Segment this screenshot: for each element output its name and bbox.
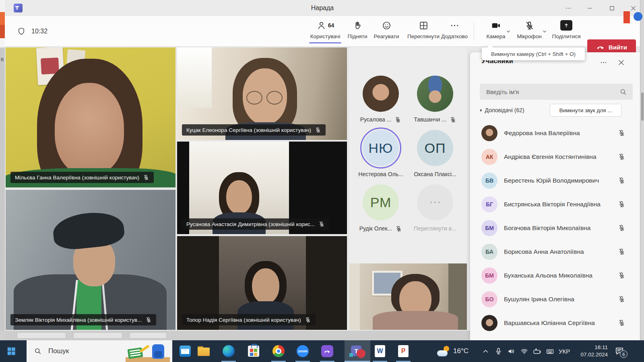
participant-row[interactable]: БА Борисова Анна Анатоліївна [470, 242, 640, 261]
taskbar-app-edge[interactable] [222, 345, 235, 358]
share-icon [560, 20, 572, 31]
participant-row[interactable]: Варшавська Юліанна Сергіївна [470, 313, 640, 333]
notification-center[interactable]: 6 [614, 340, 625, 362]
avatar-label: Оксана Плаксі... [407, 170, 463, 179]
participant-search-input[interactable] [485, 88, 619, 96]
tab-react[interactable]: Реагувати [368, 19, 405, 39]
camera-tooltip: Вимкнути камеру (Ctrl + Shift + O) [482, 47, 585, 60]
taskbar-app-mail[interactable] [179, 345, 192, 358]
tab-participants[interactable]: 64 Користувачі [307, 19, 343, 43]
mic-off-icon [315, 127, 321, 133]
background-window-right-edge [640, 0, 644, 340]
avatar-label: Тавшанчи ... [407, 115, 463, 124]
participant-row[interactable]: БВ Берестень Юрій Володимирович [470, 171, 640, 190]
taskbar-app-zoom[interactable]: zoom [296, 345, 309, 358]
minimize-icon [586, 5, 593, 12]
avatar [481, 125, 497, 141]
ellipsis-icon [450, 21, 460, 31]
tray-speaker-icon[interactable] [507, 347, 516, 356]
folder-icon [198, 346, 210, 356]
maximize-button[interactable] [604, 2, 620, 14]
participant-row[interactable]: БМ Буханська Альона Миколаївна [470, 266, 640, 285]
mic-options-chevron-icon[interactable] [541, 28, 548, 35]
mic-off-icon[interactable] [618, 153, 625, 160]
video-tile[interactable]: Топор Надія Сергіївна (зовнішній користу… [177, 236, 347, 330]
tray-battery-icon[interactable] [533, 347, 541, 356]
minimize-button[interactable] [582, 2, 598, 14]
mic-off-icon[interactable] [618, 177, 625, 184]
tray-keyboard-icon[interactable] [546, 347, 554, 356]
panel-close-button[interactable] [616, 57, 626, 68]
mic-off-icon[interactable] [618, 129, 625, 137]
participant-avatar[interactable]: ОП [417, 130, 453, 166]
tray-chevron-up-icon[interactable] [481, 347, 490, 356]
mute-all-button[interactable]: Вимкнути звук для ... [550, 104, 621, 117]
avatar-grid: Русалова ... Тавшанчи ... НЮ ОП Нестеров… [349, 47, 467, 263]
taskbar-app-powerpoint[interactable]: P [397, 345, 410, 358]
mic-off-icon[interactable] [618, 224, 625, 232]
mic-off-icon[interactable] [618, 295, 625, 303]
camera-options-chevron-icon[interactable] [505, 28, 512, 35]
avatar-label: Рудік Олек... [353, 224, 409, 233]
mic-off-icon[interactable] [618, 200, 625, 208]
maximize-icon [609, 5, 615, 12]
panel-more-button[interactable] [598, 57, 609, 68]
participant-row[interactable]: БО Бушулян Ірина Олегівна [470, 290, 640, 309]
taskbar-app-explorer[interactable] [197, 345, 210, 358]
participant-row[interactable]: АК Андрієва Євгенія Костянтинівна [470, 147, 640, 167]
meeting-timer: 10:32 [17, 16, 47, 46]
taskbar-app-viber[interactable] [321, 345, 334, 358]
tab-more[interactable]: Додатково [436, 19, 473, 39]
weather-widget[interactable]: 16°C [437, 340, 469, 362]
avatar: АК [481, 149, 497, 165]
ellipsis-icon [600, 59, 607, 66]
video-tile[interactable]: Куцак Елеонора Сергіївна (зовнішній кори… [177, 47, 347, 140]
mic-off-icon[interactable] [618, 272, 625, 279]
titlebar: Нарада [5, 0, 640, 16]
language-indicator[interactable]: УКР [559, 348, 570, 355]
video-tile[interactable]: Русанова Анастасія Димитрівна (зовнішній… [177, 142, 347, 234]
participant-avatar[interactable] [363, 76, 399, 112]
mic-off-icon[interactable] [618, 248, 625, 255]
taskbar-search-input[interactable] [47, 347, 109, 356]
video-name-pill: Куцак Елеонора Сергіївна (зовнішній кори… [182, 124, 326, 136]
view-more-avatar[interactable] [417, 184, 453, 220]
participant-row[interactable]: БГ Бистрянська Вікторія Геннадіївна [470, 195, 640, 214]
viber-icon [321, 345, 333, 357]
participant-search[interactable] [480, 84, 633, 100]
video-tile[interactable] [349, 263, 467, 330]
mic-off-icon [143, 174, 149, 181]
mic-off-icon [145, 317, 152, 323]
participant-avatar[interactable] [417, 76, 453, 112]
meeting-toolbar: 10:32 64 Користувачі Підняти Реагувати П… [5, 16, 640, 47]
video-tile[interactable]: Мільєва Ганна Валеріївна (зовнішній кори… [6, 47, 175, 187]
tray-wifi-icon[interactable] [520, 347, 528, 356]
clock[interactable]: 16:11 07.02.2024 [576, 340, 608, 362]
book-icon [128, 348, 143, 359]
participant-avatar[interactable]: НЮ [363, 130, 399, 166]
start-button[interactable] [6, 346, 17, 357]
titlebar-more-button[interactable] [560, 2, 576, 14]
mic-off-icon [395, 225, 402, 232]
background-window-bottom-strip [5, 331, 470, 340]
share-button[interactable]: Поділитися [548, 19, 584, 39]
taskbar-app-teams[interactable]: T [345, 340, 370, 362]
taskbar-app-chrome[interactable] [272, 345, 285, 358]
powerpoint-icon: P [398, 345, 409, 357]
taskbar-app-store[interactable] [247, 345, 260, 358]
active-tab-underline [309, 42, 341, 43]
background-window-left-edge: B [0, 0, 5, 362]
participant-row[interactable]: Федорова Інна Валеріївна [470, 123, 640, 143]
mic-off-icon[interactable] [618, 319, 625, 327]
video-tile[interactable]: Земляк Вікторія Михайлівна (зовнішній ко… [6, 190, 175, 330]
taskbar-app-word[interactable]: W [374, 345, 386, 358]
search-education-illustration [126, 343, 170, 362]
close-icon [630, 5, 637, 12]
backpack-icon [152, 344, 164, 359]
taskbar-search[interactable] [27, 340, 172, 362]
tray-mic-icon[interactable] [494, 347, 503, 356]
presenters-section-header[interactable]: ▾ Доповідачі (62) Вимкнути звук для ... [480, 104, 633, 117]
participant-avatar[interactable]: РМ [363, 184, 399, 220]
participant-row[interactable]: БМ Богачова Вікторія Миколаївна [470, 218, 640, 238]
weather-temp: 16°C [453, 347, 469, 355]
